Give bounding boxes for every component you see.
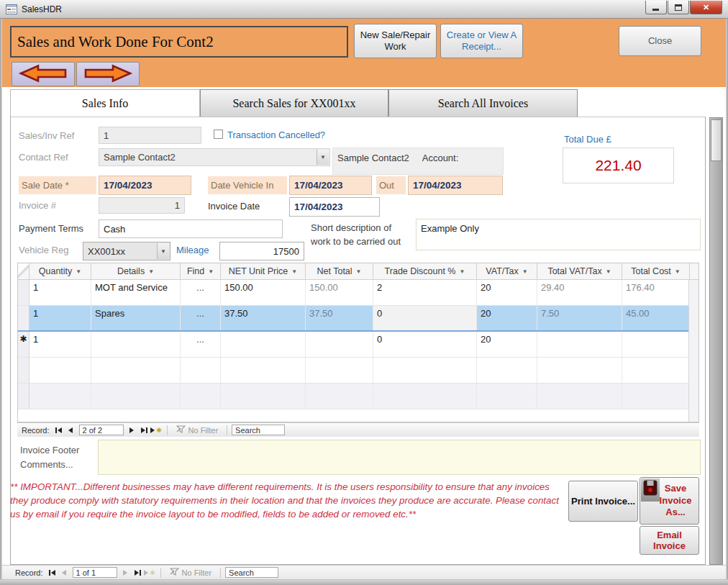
cell-trade-discount-[interactable]: 2 [373, 280, 477, 305]
transaction-cancelled-checkbox[interactable] [214, 130, 223, 139]
invoice-date-field[interactable]: 17/04/2023 [289, 197, 380, 217]
cell-find[interactable]: ... [181, 306, 221, 330]
cell-total-vat-tax[interactable]: 29.40 [537, 280, 622, 305]
row-selector[interactable]: ✱ [18, 332, 29, 357]
grid-scrollbar[interactable] [688, 280, 699, 422]
cell-total-cost[interactable]: 176.40 [622, 280, 690, 305]
vertical-scrollbar[interactable] [709, 117, 723, 565]
tab-search-all-invoices[interactable]: Search All Invoices [388, 89, 578, 117]
save-invoice-as-button[interactable]: Save Invoice As... [640, 477, 699, 525]
sort-filter-arrow-icon[interactable]: ▼ [76, 268, 81, 275]
cell-details[interactable]: MOT and Service [91, 280, 181, 305]
first-record-icon[interactable] [46, 566, 58, 579]
date-vehicle-in-field[interactable]: 17/04/2023 [289, 176, 372, 195]
cell-vat-tax[interactable]: 20 [477, 306, 537, 330]
record-position[interactable]: 2 of 2 [79, 425, 124, 435]
next-record-icon[interactable] [126, 423, 138, 437]
cell-trade-discount-[interactable]: 0 [373, 332, 477, 357]
sort-filter-arrow-icon[interactable]: ▼ [148, 268, 154, 275]
filter-icon [176, 425, 186, 435]
no-filter-button[interactable]: No Filter [165, 568, 217, 577]
cell-net-unit-price[interactable] [221, 332, 306, 357]
cell-total-vat-tax[interactable]: 7.50 [537, 306, 622, 330]
cell-net-unit-price[interactable]: 37.50 [221, 306, 306, 330]
cell-net-unit-price [221, 384, 306, 409]
column-header-details[interactable]: Details▼ [91, 263, 181, 279]
cell-net-total[interactable]: 37.50 [306, 306, 373, 330]
row-selector[interactable] [18, 280, 29, 305]
sort-filter-arrow-icon[interactable]: ▼ [291, 268, 297, 275]
select-all-corner[interactable] [18, 263, 29, 279]
cell-details[interactable] [91, 332, 181, 357]
sale-date-field[interactable]: 17/04/2023 [99, 176, 191, 195]
sales-inv-ref-field: 1 [99, 127, 201, 144]
tab-search-sales[interactable]: Search Sales for XX001xx [200, 89, 388, 117]
cell-quantity[interactable]: 1 [29, 306, 91, 330]
contact-ref-combo[interactable]: Sample Contact2 ▼ [99, 148, 330, 166]
record-position[interactable]: 1 of 1 [73, 567, 117, 578]
sort-filter-arrow-icon[interactable]: ▼ [522, 268, 528, 275]
cell-vat-tax[interactable]: 20 [477, 280, 537, 305]
column-header-vat-tax[interactable]: VAT/Tax▼ [477, 263, 537, 279]
short-description-field[interactable]: Example Only [416, 219, 701, 250]
previous-record-button[interactable] [12, 62, 75, 86]
window-title: SalesHDR [22, 4, 62, 14]
date-out-field[interactable]: 17/04/2023 [408, 176, 503, 195]
cell-net-total[interactable]: 150.00 [306, 280, 373, 305]
scrollbar-thumb[interactable] [711, 119, 722, 161]
close-window-button[interactable]: ✕ [690, 1, 722, 14]
column-header-quantity[interactable]: Quantity▼ [29, 263, 91, 279]
search-input[interactable]: Search [232, 425, 285, 435]
cell-find[interactable]: ... [181, 280, 221, 305]
column-header-net-unit-price[interactable]: NET Unit Price▼ [221, 263, 306, 279]
maximize-button[interactable] [668, 1, 689, 14]
column-header-label: Trade Discount % [385, 266, 456, 276]
main-record-navigation: Record: 1 of 1 ✱ No Filter Search [2, 565, 726, 579]
cell-total-vat-tax[interactable] [537, 332, 622, 357]
payment-terms-input[interactable] [99, 219, 283, 238]
column-header-net-total[interactable]: Net Total▼ [306, 263, 373, 279]
sort-filter-arrow-icon[interactable]: ▼ [459, 268, 465, 275]
first-record-icon[interactable] [53, 423, 65, 437]
sort-filter-arrow-icon[interactable]: ▼ [606, 268, 611, 275]
column-header-total-vat-tax[interactable]: Total VAT/Tax▼ [537, 263, 622, 279]
search-input[interactable]: Search [225, 567, 278, 578]
print-invoice-button[interactable]: Print Invoice... [568, 481, 638, 522]
close-form-button[interactable]: Close [619, 26, 701, 56]
cell-net-total[interactable] [306, 332, 373, 357]
create-receipt-button[interactable]: Create or View A Receipt... [440, 24, 523, 58]
chevron-down-icon[interactable]: ▼ [317, 150, 329, 165]
cell-total-cost[interactable]: 45.00 [622, 306, 690, 330]
row-selector[interactable] [18, 306, 29, 330]
page-title: Sales and Work Done For Cont2 [10, 26, 348, 58]
cell-details[interactable]: Spares [91, 306, 181, 330]
column-header-total-cost[interactable]: Total Cost▼ [622, 263, 690, 279]
column-header-find[interactable]: Find▼ [181, 263, 221, 279]
cell-total-cost[interactable] [622, 332, 690, 357]
invoice-footer-comments-field[interactable] [98, 440, 701, 475]
next-record-button[interactable] [76, 62, 140, 86]
email-invoice-button[interactable]: Email Invoice [640, 526, 699, 555]
tab-sales-info[interactable]: Sales Info [10, 89, 200, 117]
sort-filter-arrow-icon[interactable]: ▼ [208, 268, 214, 275]
cell-vat-tax [477, 384, 537, 409]
cell-vat-tax[interactable]: 20 [477, 332, 537, 357]
sort-filter-arrow-icon[interactable]: ▼ [356, 268, 362, 275]
new-record-icon[interactable]: ✱ [150, 423, 163, 437]
sort-filter-arrow-icon[interactable]: ▼ [675, 268, 681, 275]
vehicle-reg-combo[interactable]: XX001xx ▼ [83, 242, 170, 260]
last-record-icon[interactable] [138, 423, 150, 437]
cell-net-unit-price[interactable]: 150.00 [221, 280, 306, 305]
cell-quantity[interactable]: 1 [29, 280, 91, 305]
previous-record-icon[interactable] [65, 423, 77, 437]
mileage-input[interactable] [219, 242, 304, 260]
new-sale-button[interactable]: New Sale/Repair Work [354, 24, 437, 58]
chevron-down-icon[interactable]: ▼ [157, 243, 169, 259]
cell-find[interactable]: ... [181, 332, 221, 357]
cell-trade-discount-[interactable]: 0 [373, 306, 477, 330]
cell-quantity[interactable]: 1 [29, 332, 91, 357]
column-header-trade-discount-[interactable]: Trade Discount %▼ [373, 263, 477, 279]
minimize-button[interactable] [645, 1, 667, 14]
no-filter-button[interactable]: No Filter [172, 425, 223, 435]
last-record-icon[interactable] [132, 566, 144, 579]
